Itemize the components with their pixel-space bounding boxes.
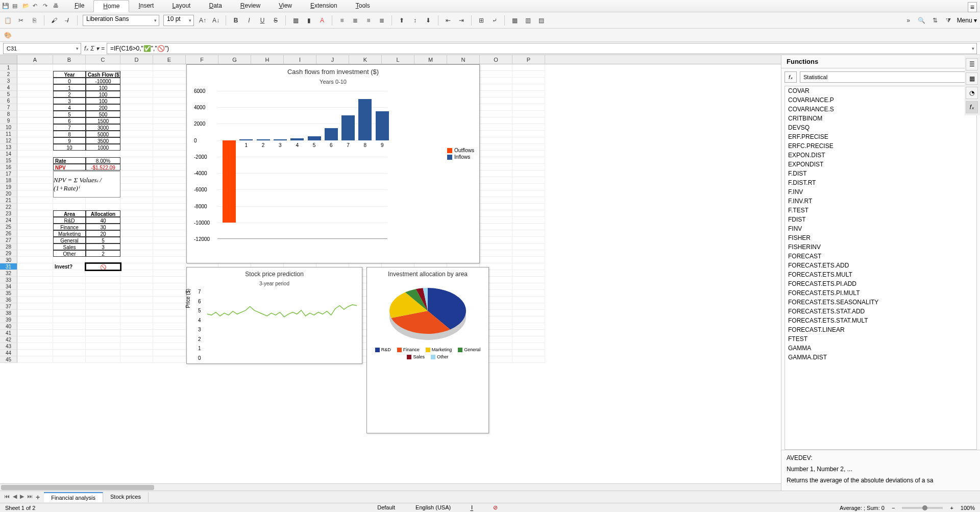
cell-P22[interactable] — [512, 204, 545, 210]
rowhead[interactable]: 19 — [0, 184, 17, 190]
cell-E29[interactable] — [153, 250, 186, 257]
cell-C33[interactable] — [86, 277, 120, 283]
cell-A37[interactable] — [17, 303, 53, 310]
cell-D42[interactable] — [120, 336, 153, 343]
cell-E26[interactable] — [153, 230, 186, 237]
cell-E39[interactable] — [153, 316, 186, 323]
cell-E27[interactable] — [153, 237, 186, 243]
function-item[interactable]: EXPONDIST — [785, 160, 976, 169]
cell-D7[interactable] — [120, 104, 153, 111]
find-icon[interactable]: 🔍 — [917, 16, 926, 25]
rowhead[interactable]: 37 — [0, 303, 17, 310]
rowhead[interactable]: 31 — [0, 263, 17, 270]
cell-B39[interactable] — [53, 316, 86, 323]
function-item[interactable]: COVARIANCE.S — [785, 105, 976, 114]
cell-D4[interactable] — [120, 84, 153, 91]
colhead-B[interactable]: B — [53, 55, 86, 64]
function-item[interactable]: FORECAST.ETS.PI.ADD — [785, 279, 976, 288]
cell-C44[interactable] — [86, 350, 120, 356]
function-item[interactable]: F.TEST — [785, 206, 976, 215]
cell-D40[interactable] — [120, 323, 153, 330]
font-size-combo[interactable]: 10 pt — [163, 15, 194, 26]
last-tab-icon[interactable]: ⏭ — [27, 493, 33, 501]
cell-A32[interactable] — [17, 270, 53, 277]
cell-D3[interactable] — [120, 78, 153, 84]
cell-C28[interactable]: 3 — [86, 243, 120, 250]
function-item[interactable]: F.INV.RT — [785, 197, 976, 206]
cell-D2[interactable] — [120, 71, 153, 78]
rowhead[interactable]: 12 — [0, 137, 17, 144]
sheet-tab[interactable]: Stock prices — [103, 492, 149, 502]
name-box[interactable]: C31 — [3, 43, 81, 54]
cell-A42[interactable] — [17, 336, 53, 343]
cell-E4[interactable] — [153, 84, 186, 91]
cell-C7[interactable]: 200 — [86, 104, 120, 111]
cell-O9[interactable] — [480, 117, 512, 124]
cell-D32[interactable] — [120, 270, 153, 277]
cell-A44[interactable] — [17, 350, 53, 356]
cell-O14[interactable] — [480, 151, 512, 157]
rowhead[interactable]: 41 — [0, 330, 17, 336]
function-item[interactable]: FORECAST.ETS.STAT.MULT — [785, 316, 976, 325]
cell-E24[interactable] — [153, 217, 186, 224]
cell-O17[interactable] — [480, 170, 512, 177]
rowhead[interactable]: 15 — [0, 157, 17, 164]
cell-C13[interactable]: 1000 — [86, 144, 120, 151]
colhead-K[interactable]: K — [349, 55, 382, 64]
cell-P39[interactable] — [512, 316, 545, 323]
save-icon[interactable]: 💾 — [2, 3, 9, 10]
rowhead[interactable]: 24 — [0, 217, 17, 224]
cell-E25[interactable] — [153, 224, 186, 230]
rowhead[interactable]: 13 — [0, 144, 17, 151]
cell-E6[interactable] — [153, 97, 186, 104]
cell-B11[interactable]: 8 — [53, 131, 86, 137]
cell-D25[interactable] — [120, 224, 153, 230]
cell-P17[interactable] — [512, 170, 545, 177]
rowhead[interactable]: 14 — [0, 151, 17, 157]
zoom-slider[interactable] — [902, 507, 943, 509]
cell-B27[interactable]: General — [53, 237, 86, 243]
cell-D9[interactable] — [120, 117, 153, 124]
cell-B10[interactable]: 7 — [53, 124, 86, 131]
cell-E11[interactable] — [153, 131, 186, 137]
cell-E31[interactable] — [153, 263, 186, 270]
cell-P45[interactable] — [512, 356, 545, 363]
cell-E3[interactable] — [153, 78, 186, 84]
sort-asc-icon[interactable]: ⇅ — [930, 16, 940, 25]
colhead-E[interactable]: E — [153, 55, 186, 64]
cell-C24[interactable]: 40 — [86, 217, 120, 224]
cell-C31[interactable]: 🚫 — [86, 263, 120, 270]
cell-P33[interactable] — [512, 277, 545, 283]
next-tab-icon[interactable]: ▶ — [20, 493, 24, 501]
cell-C41[interactable] — [86, 330, 120, 336]
cell-P37[interactable] — [512, 303, 545, 310]
rowhead[interactable]: 38 — [0, 310, 17, 316]
cell-O25[interactable] — [480, 224, 512, 230]
colhead-O[interactable]: O — [480, 55, 512, 64]
cell-A24[interactable] — [17, 217, 53, 224]
paste-icon[interactable]: 📋 — [3, 16, 12, 25]
rowhead[interactable]: 17 — [0, 170, 17, 177]
rowhead[interactable]: 4 — [0, 84, 17, 91]
cell-O30[interactable] — [480, 257, 512, 263]
fx-icon[interactable]: fₓ — [84, 45, 88, 52]
cell-O18[interactable] — [480, 177, 512, 184]
bold-button[interactable]: B — [231, 16, 240, 25]
cell-E40[interactable] — [153, 323, 186, 330]
cell-A5[interactable] — [17, 91, 53, 97]
rowhead[interactable]: 35 — [0, 290, 17, 297]
cell-P23[interactable] — [512, 210, 545, 217]
cell-D35[interactable] — [120, 290, 153, 297]
cell-E20[interactable] — [153, 190, 186, 197]
zoom-in-icon[interactable]: + — [950, 505, 953, 511]
colhead-N[interactable]: N — [447, 55, 480, 64]
menu-view[interactable]: View — [270, 0, 301, 12]
cell-B40[interactable] — [53, 323, 86, 330]
cell-B23[interactable]: Area — [53, 210, 86, 217]
status-summary[interactable]: Average: ; Sum: 0 — [840, 505, 885, 511]
cell-A17[interactable] — [17, 170, 53, 177]
cell-A3[interactable] — [17, 78, 53, 84]
colhead-H[interactable]: H — [251, 55, 284, 64]
cell-P31[interactable] — [512, 263, 545, 270]
cell-C39[interactable] — [86, 316, 120, 323]
